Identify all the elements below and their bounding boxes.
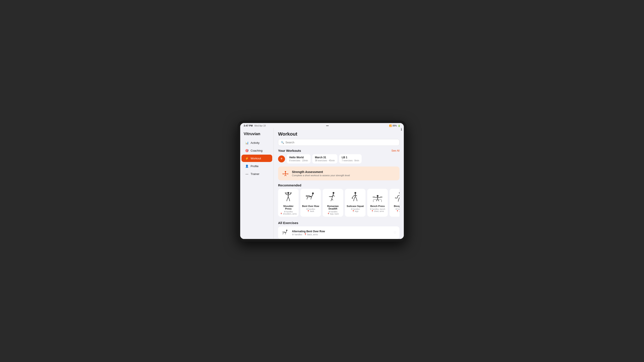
svg-rect-28 <box>306 196 308 197</box>
svg-line-43 <box>352 196 354 198</box>
svg-rect-77 <box>282 232 283 232</box>
sidebar-label-profile: Profile <box>250 165 258 168</box>
workout-card-2[interactable]: LB 1 7 exercises · 8min <box>339 154 362 163</box>
svg-line-35 <box>331 199 332 201</box>
svg-line-18 <box>287 197 288 199</box>
workout-card-1[interactable]: March 31 38 exercises · 45min <box>312 154 337 163</box>
status-date: Wed Apr 19 <box>254 125 266 127</box>
main-content: ℹ Workout 🔍 Your Workouts See All + Hell… <box>274 128 404 239</box>
exercise-card-shoulder-press[interactable]: Shoulder Press ⚙ handles 📍 shoulders, ar… <box>278 189 299 217</box>
svg-point-22 <box>312 192 314 194</box>
your-workouts-title: Your Workouts <box>278 149 301 152</box>
workout-card-title-0: Hello World <box>289 156 308 159</box>
svg-point-0 <box>285 171 286 172</box>
bicep-curl-figure <box>394 191 400 204</box>
svg-line-73 <box>286 231 287 233</box>
svg-rect-66 <box>395 198 396 198</box>
page-title: Workout <box>278 131 400 137</box>
svg-rect-6 <box>283 174 284 174</box>
svg-line-48 <box>356 199 357 201</box>
sidebar-item-trainer[interactable]: — Trainer <box>242 170 272 178</box>
svg-line-33 <box>330 196 332 197</box>
trainer-icon: — <box>245 172 249 176</box>
svg-rect-38 <box>329 196 330 197</box>
exercise-tag-0: ⚙ handles <box>284 211 293 213</box>
battery-level: 89% <box>392 125 397 127</box>
add-workout-button[interactable]: + <box>278 155 285 162</box>
workout-card-meta-2: 7 exercises · 8min <box>342 159 359 162</box>
favorite-button-0[interactable]: ♡ <box>394 231 396 234</box>
shoulder-press-figure <box>282 191 295 204</box>
exercise-card-suitcase-squat[interactable]: Suitcase Squat ⚙ handles 📍 legs <box>345 189 366 217</box>
exercise-muscle-0: 📍 shoulders, arms <box>280 213 297 215</box>
battery-icon: 🔋 <box>398 125 400 127</box>
svg-point-31 <box>332 192 334 194</box>
workout-card-meta-1: 38 exercises · 45min <box>315 159 335 162</box>
recommended-row: Shoulder Press ⚙ handles 📍 shoulders, ar… <box>278 189 400 218</box>
exercise-tag-4: ⚙ handles, bench <box>370 208 385 210</box>
recommended-header: Recommended <box>278 183 400 187</box>
search-input[interactable] <box>286 141 397 144</box>
ipad-frame: 3:47 PM Wed Apr 19 ••• 📶 89% 🔋 Vitruvian… <box>238 120 406 242</box>
exercise-tag-1: ⚙ handles <box>306 208 315 210</box>
svg-rect-30 <box>306 195 307 196</box>
exercise-card-bench-press[interactable]: Bench Press ⚙ handles, bench 📍 chest, ar… <box>367 189 388 217</box>
strength-assessment-banner[interactable]: Strength Assessment Complete a short wor… <box>278 167 400 180</box>
see-all-button[interactable]: See All <box>392 149 400 152</box>
all-exercises-header: All Exercises <box>278 221 400 225</box>
sidebar-logo: Vitruvian <box>240 131 274 139</box>
strength-icon <box>282 170 289 177</box>
exercise-tag-2: ⚙ handles <box>328 211 338 213</box>
svg-point-72 <box>286 230 288 231</box>
sidebar: Vitruvian 📊 Activity 🎯 Coaching ⚡ Workou… <box>240 128 274 239</box>
svg-rect-54 <box>373 197 375 197</box>
exercise-name-0: Shoulder Press <box>280 205 297 210</box>
exercise-muscle-2: 📍 legs, back <box>327 213 339 215</box>
svg-line-5 <box>286 175 286 176</box>
exercise-name-1: Bent Over Row <box>302 205 319 207</box>
strength-banner-title: Strength Assessment <box>292 170 350 174</box>
svg-rect-7 <box>282 173 283 175</box>
svg-line-20 <box>287 199 287 201</box>
svg-rect-49 <box>352 197 353 199</box>
svg-line-52 <box>374 197 378 198</box>
svg-line-21 <box>289 199 290 201</box>
sidebar-item-coaching[interactable]: 🎯 Coaching <box>242 147 272 154</box>
svg-line-53 <box>378 197 381 198</box>
sidebar-item-workout[interactable]: ⚡ Workout <box>242 155 272 162</box>
exercise-muscle-3: 📍 legs <box>352 210 358 212</box>
sidebar-label-workout: Workout <box>250 157 261 160</box>
wifi-icon: 📶 <box>389 125 392 127</box>
status-time: 3:47 PM <box>244 124 253 127</box>
activity-icon: 📊 <box>245 141 249 145</box>
list-item-0[interactable]: Alternating Bent Over Row ⚙ handles · 📍 … <box>278 226 400 239</box>
svg-line-45 <box>354 196 355 199</box>
profile-icon: 👤 <box>245 164 249 168</box>
settings-button[interactable]: ℹ <box>401 128 402 131</box>
exercise-card-bent-over-row[interactable]: Bent Over Row ⚙ handles 📍 back <box>300 189 321 217</box>
svg-line-19 <box>288 197 289 199</box>
exercise-card-romanian-deadlift[interactable]: Romanian Deadlift ⚙ handles 📍 legs, back <box>323 189 343 217</box>
svg-rect-8 <box>286 174 288 174</box>
your-workouts-header: Your Workouts See All <box>278 149 400 152</box>
svg-line-37 <box>334 195 335 196</box>
romanian-deadlift-figure <box>326 191 340 204</box>
svg-line-39 <box>332 199 333 200</box>
sidebar-item-profile[interactable]: 👤 Profile <box>242 162 272 170</box>
workout-card-0[interactable]: Hello World 8 exercises · 10min <box>287 154 310 163</box>
svg-line-26 <box>307 197 308 199</box>
workout-card-meta-0: 8 exercises · 10min <box>289 159 308 162</box>
exercise-tag-3: ⚙ handles <box>351 208 360 210</box>
bent-over-row-figure <box>304 191 317 204</box>
svg-point-61 <box>399 192 400 194</box>
exercise-muscle-5: 📍 arms <box>396 210 400 212</box>
svg-line-64 <box>397 196 398 198</box>
svg-line-46 <box>355 196 356 199</box>
svg-line-68 <box>398 197 400 199</box>
all-exercises-title: All Exercises <box>278 221 298 225</box>
sidebar-item-activity[interactable]: 📊 Activity <box>242 139 272 146</box>
coaching-icon: 🎯 <box>245 149 249 152</box>
list-item-tags-0: ⚙ handles · 📍 back, arms <box>292 233 391 236</box>
exercise-card-bicep-curl[interactable]: Bicep Curl ⚙ handles 📍 arms <box>390 189 400 217</box>
workout-icon: ⚡ <box>245 156 249 160</box>
